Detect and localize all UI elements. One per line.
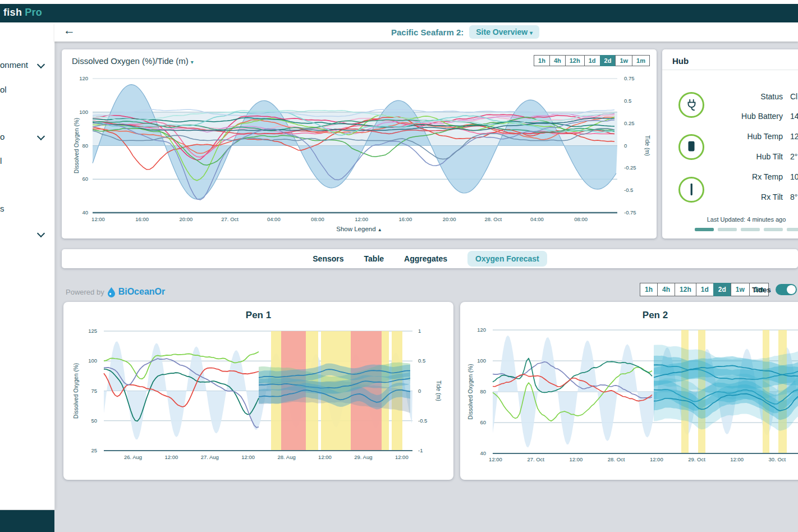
range-button-1h[interactable]: 1h: [640, 283, 658, 296]
x-tick: 16:00: [135, 216, 149, 222]
section-tabs: SensorsTableAggregatesOxygen Forecast: [62, 249, 798, 268]
hub-status-card: Hub StatusClHub Battery14Hub Temp12Hub T…: [662, 49, 798, 239]
pen2-title: Pen 2: [460, 310, 798, 321]
tab-aggregates[interactable]: Aggregates: [404, 254, 447, 263]
x-tick: 12:00: [165, 454, 178, 460]
tab-oxygen-forecast[interactable]: Oxygen Forecast: [467, 251, 547, 267]
caret-down-icon: ▾: [530, 30, 533, 36]
sidebar-nav: onmentolols: [0, 22, 55, 510]
sidebar-item-label: s: [0, 204, 4, 213]
show-legend-button[interactable]: Show Legend ▲: [62, 226, 657, 232]
y-left-tick: 125: [88, 328, 97, 334]
tides-toggle[interactable]: [776, 284, 797, 295]
y-left-tick: 100: [88, 357, 97, 364]
sidebar-item-ol[interactable]: ol: [0, 85, 7, 94]
dissolved-oxygen-chart-card: Dissolved Oxygen (%)/Tide (m)▾ 1h4h12h1d…: [62, 49, 657, 239]
sidebar-footer: [0, 510, 54, 532]
app-logo[interactable]: fishPro: [3, 7, 42, 19]
x-tick: 30. Oct: [769, 456, 786, 462]
back-button[interactable]: ←: [63, 24, 75, 37]
x-tick: 12:00: [570, 456, 583, 462]
tab-table[interactable]: Table: [364, 254, 384, 263]
range-button-12h[interactable]: 12h: [675, 283, 696, 296]
y-right-tick: -0.25: [624, 164, 636, 171]
hub-row-label: Hub Battery: [662, 112, 783, 121]
pager-dash[interactable]: [695, 228, 714, 231]
range-button-1w[interactable]: 1w: [615, 55, 632, 66]
pager-dash[interactable]: [787, 228, 798, 231]
hub-row-value: 14: [790, 112, 798, 121]
time-range-selector: 1h4h12h1d2d1w1m: [534, 55, 650, 66]
y-right-tick: 0.75: [624, 75, 635, 81]
x-tick: 29. Aug: [354, 454, 372, 460]
pen1-title: Pen 1: [63, 310, 453, 321]
tablet-icon: [678, 134, 704, 160]
range-button-1m[interactable]: 1m: [632, 55, 650, 66]
toggle-knob: [787, 285, 796, 294]
site-name-label: Pacific Seafarm 2:: [391, 27, 464, 37]
x-tick: 27. Oct: [221, 216, 239, 222]
range-button-1d[interactable]: 1d: [696, 283, 714, 296]
y-right-tick: 0.25: [624, 120, 635, 126]
sidebar-item-label: o: [0, 132, 4, 141]
pen1-chart-svg[interactable]: 12510075502510.50-0.5-126. Aug12:0027. A…: [63, 302, 453, 480]
range-button-2d[interactable]: 2d: [600, 55, 616, 66]
top-app-bar: fishPro: [0, 0, 798, 22]
sidebar-item-onment[interactable]: onment: [0, 60, 28, 70]
x-tick: 28. Aug: [277, 454, 295, 460]
bioceanor-brand[interactable]: BiOceanOr: [118, 287, 166, 297]
sidebar-item-s[interactable]: s: [0, 204, 4, 213]
pager-dash[interactable]: [764, 228, 783, 231]
range-button-2d[interactable]: 2d: [713, 283, 731, 296]
divider: [662, 70, 798, 70]
x-tick: 28. Oct: [484, 216, 502, 222]
x-tick: 16:00: [399, 216, 412, 222]
y-left-tick: 100: [477, 357, 486, 364]
x-tick: 12:00: [730, 456, 744, 462]
x-tick: 20:00: [180, 216, 193, 222]
pager-dash[interactable]: [718, 228, 737, 231]
range-button-1h[interactable]: 1h: [534, 55, 550, 66]
show-legend-label: Show Legend: [336, 226, 375, 232]
pen1-forecast-card: 12510075502510.50-0.5-126. Aug12:0027. A…: [63, 302, 453, 480]
pager-dash[interactable]: [741, 228, 760, 231]
caret-down-icon: ▾: [191, 59, 194, 65]
y-right-axis-label: Tide (m): [435, 380, 442, 401]
y-left-tick: 80: [480, 388, 486, 395]
chevron-down-icon: [37, 132, 45, 140]
main-chart-svg[interactable]: 1201008060400.750.50.250-0.25-0.5-0.7512…: [62, 70, 657, 224]
y-left-tick: 60: [480, 419, 486, 425]
x-tick: 04:00: [267, 216, 281, 222]
chevron-down-icon: [37, 61, 45, 68]
x-tick: 12:00: [395, 454, 409, 460]
x-tick: 29. Oct: [688, 456, 705, 462]
x-tick: 12:00: [91, 216, 105, 222]
chart-metric-dropdown[interactable]: Dissolved Oxygen (%)/Tide (m)▾: [72, 56, 194, 66]
range-button-1d[interactable]: 1d: [584, 55, 600, 66]
range-button-1w[interactable]: 1w: [731, 283, 750, 296]
y-left-tick: 25: [91, 447, 97, 453]
sidebar-item-o[interactable]: o: [0, 132, 4, 141]
chart-metric-label: Dissolved Oxygen (%)/Tide (m): [72, 56, 189, 66]
x-tick: 08:00: [311, 216, 324, 222]
x-tick: 08:00: [574, 216, 588, 222]
y-right-tick: -0.5: [418, 418, 427, 424]
tides-toggle-group: Tides: [752, 284, 797, 295]
y-right-tick: -1: [418, 447, 423, 453]
logo-pro-text: Pro: [25, 7, 42, 18]
view-selector-dropdown[interactable]: Site Overview▾: [469, 25, 539, 39]
triangle-up-icon: ▲: [378, 227, 382, 232]
pen2-chart-svg[interactable]: 12010080604012:0027. Oct12:0028. Oct12:0…: [460, 302, 798, 480]
sidebar-item-l[interactable]: l: [0, 156, 2, 166]
y-right-tick: 0: [418, 388, 421, 394]
hub-carousel-pager[interactable]: [695, 228, 798, 231]
sidebar-item-label: ol: [0, 85, 7, 94]
tab-sensors[interactable]: Sensors: [313, 254, 343, 263]
y-right-axis-label: Tide (m): [644, 135, 650, 156]
y-left-tick: 120: [79, 75, 88, 81]
range-button-12h[interactable]: 12h: [565, 55, 585, 66]
range-button-4h[interactable]: 4h: [549, 55, 566, 66]
x-tick: 12:00: [318, 454, 332, 460]
range-button-4h[interactable]: 4h: [657, 283, 675, 296]
water-drop-icon: [107, 287, 116, 297]
